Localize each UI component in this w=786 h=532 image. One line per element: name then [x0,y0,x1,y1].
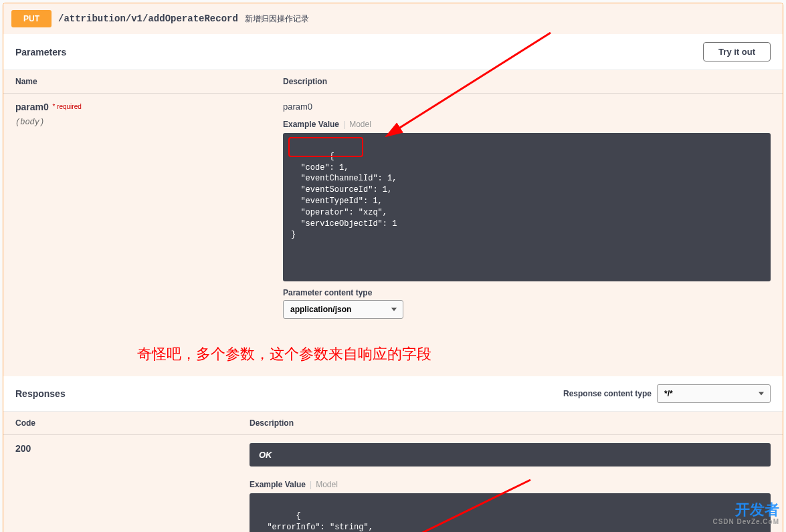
tab-model-resp[interactable]: Model [316,480,338,489]
resp-tabs: Example Value | Model [250,480,771,489]
param-content-type-label: Parameter content type [283,288,771,297]
col-desc-header: Description [283,77,771,86]
response-example-code[interactable]: { "errorInfo": "string", "errorNo": "str… [250,493,771,532]
col-code-header: Code [15,418,250,428]
endpoint-container: PUT /attribution/v1/addOperateRecord 新增归… [3,3,783,532]
endpoint-header[interactable]: PUT /attribution/v1/addOperateRecord 新增归… [3,3,783,34]
param-content-type-select[interactable]: application/json [283,300,403,319]
response-row: 200 OK Example Value | Model { "errorInf… [3,435,783,532]
resp-table-head: Code Description [3,412,783,435]
response-ct-group: Response content type */* [563,384,771,403]
param-row: param0 * required (body) param0 Example … [3,94,783,332]
responses-header: Responses Response content type */* [3,376,783,412]
params-table-head: Name Description [3,70,783,94]
response-status: OK [250,443,771,467]
response-right: OK Example Value | Model { "errorInfo": … [250,443,771,532]
annotation-highlight-box [288,137,363,157]
response-content-type-select[interactable]: */* [657,384,771,403]
param-example-code[interactable]: { "code": 1, "eventChannelId": 1, "event… [283,133,771,281]
response-content-type-label: Response content type [563,389,652,398]
annotation-text: 奇怪吧，多个参数，这个参数来自响应的字段 [3,332,783,376]
tab-separator-resp: | [310,480,312,489]
parameters-header: Parameters Try it out [3,34,783,70]
parameters-title: Parameters [15,47,66,57]
tab-model[interactable]: Model [349,120,371,129]
code-text-resp: { "errorInfo": "string", "errorNo": "str… [258,511,373,532]
responses-title: Responses [15,388,66,399]
response-code: 200 [15,443,31,454]
code-text: { "code": 1, "eventChannelId": 1, "event… [291,152,397,240]
col-name-header: Name [15,77,283,86]
tab-separator: | [343,120,345,129]
endpoint-summary: 新增归因操作记录 [245,13,309,25]
response-left: 200 [15,443,250,532]
param-right: param0 Example Value | Model { "code": 1… [283,102,771,319]
tab-example-value-resp[interactable]: Example Value [250,480,306,489]
col-desc-header-resp: Description [250,418,771,428]
response-content-type-select-wrap: */* [657,384,771,403]
param-left: param0 * required (body) [15,102,283,319]
required-marker: * required [51,103,81,110]
param-name: param0 [15,102,49,112]
try-it-out-button[interactable]: Try it out [703,42,771,61]
param-content-type-select-wrap: application/json [283,300,403,319]
param-in: (body) [15,118,283,127]
http-method-badge: PUT [11,10,52,27]
param-tabs: Example Value | Model [283,120,771,129]
tab-example-value[interactable]: Example Value [283,120,339,129]
endpoint-path: /attribution/v1/addOperateRecord [58,13,238,24]
param-desc-label: param0 [283,102,771,112]
